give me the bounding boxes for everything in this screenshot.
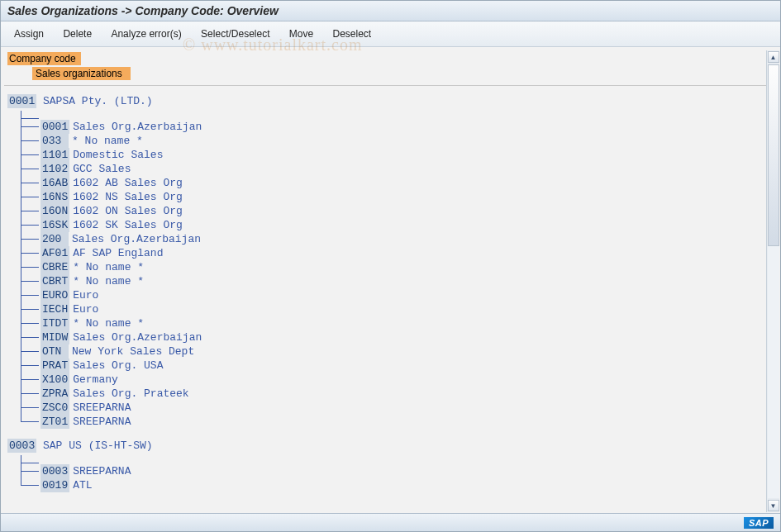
sales-org-code: 16ON bbox=[40, 204, 69, 218]
tree-connector bbox=[12, 204, 40, 218]
sales-org-row[interactable]: AF01AF SAP England bbox=[12, 246, 780, 260]
page-title: Sales Organizations -> Company Code: Ove… bbox=[1, 1, 780, 21]
sales-org-row[interactable]: OTNNew York Sales Dept bbox=[12, 344, 780, 359]
sales-org-name: GCC Sales bbox=[73, 162, 131, 176]
tree-connector bbox=[12, 302, 40, 316]
sales-org-row[interactable]: CBRT* No name * bbox=[12, 274, 780, 288]
sales-org-name: Euro bbox=[73, 302, 98, 316]
menu-assign[interactable]: Assign bbox=[6, 26, 52, 41]
sap-logo: SAP bbox=[744, 517, 774, 529]
sales-org-row[interactable]: 16SK1602 SK Sales Org bbox=[12, 218, 780, 232]
sales-org-row[interactable]: ZSC0SREEPARNA bbox=[12, 401, 780, 415]
menu-move[interactable]: Move bbox=[281, 26, 321, 41]
sales-org-code: AF01 bbox=[40, 246, 69, 260]
tree-connector bbox=[12, 387, 40, 401]
sales-org-code: ZSC0 bbox=[40, 401, 69, 415]
sales-org-name: AF SAP England bbox=[73, 246, 163, 260]
sales-org-code: MIDW bbox=[40, 330, 69, 344]
sales-org-code: 0001 bbox=[40, 120, 69, 134]
sales-org-name: 1602 AB Sales Org bbox=[73, 176, 183, 190]
scroll-track[interactable] bbox=[768, 64, 779, 498]
sales-org-name: New York Sales Dept bbox=[72, 344, 194, 359]
sales-org-row[interactable]: IECHEuro bbox=[12, 302, 780, 316]
sales-org-code: 0003 bbox=[40, 464, 69, 478]
sales-org-row[interactable]: 1101Domestic Sales bbox=[12, 148, 780, 162]
sales-org-name: Euro bbox=[73, 288, 98, 302]
company-code-name: SAP US (IS-HT-SW) bbox=[36, 439, 152, 452]
sales-org-row[interactable]: 0003SREEPARNA bbox=[12, 464, 780, 478]
sales-org-name: 1602 SK Sales Org bbox=[73, 218, 183, 232]
sales-org-code: X100 bbox=[40, 373, 69, 387]
tree-connector bbox=[12, 456, 40, 464]
scroll-down-icon[interactable]: ▼ bbox=[768, 500, 779, 511]
sales-org-name: Sales Org.Azerbaijan bbox=[73, 120, 202, 134]
vertical-scrollbar[interactable]: ▲ ▼ bbox=[766, 50, 779, 512]
sales-org-row[interactable]: ZT01SREEPARNA bbox=[12, 415, 780, 429]
sales-org-name: SREEPARNA bbox=[73, 415, 131, 429]
company-code-row[interactable]: 0003 SAP US (IS-HT-SW) bbox=[7, 439, 780, 453]
sales-org-code: CBRE bbox=[40, 260, 69, 274]
sales-org-name: 1602 ON Sales Org bbox=[73, 204, 183, 218]
tree-connector bbox=[12, 162, 40, 176]
sales-org-name: SREEPARNA bbox=[73, 464, 131, 478]
sales-org-row[interactable]: ITDT* No name * bbox=[12, 316, 780, 330]
sales-org-row[interactable]: X100Germany bbox=[12, 373, 780, 387]
sales-org-code: 16SK bbox=[40, 218, 69, 232]
tree-connector bbox=[12, 401, 40, 415]
company-code-name: SAPSA Pty. (LTD.) bbox=[36, 95, 152, 107]
tree-connector bbox=[12, 415, 40, 429]
sales-org-name: Sales Org.Azerbaijan bbox=[73, 330, 202, 344]
company-code-row[interactable]: 0001 SAPSA Pty. (LTD.) bbox=[7, 94, 780, 108]
tree-connector bbox=[12, 218, 40, 232]
tree-connector bbox=[12, 373, 40, 387]
sales-org-code: 200 bbox=[40, 232, 69, 246]
sales-org-row[interactable]: 16AB1602 AB Sales Org bbox=[12, 176, 780, 190]
sales-org-code: 16NS bbox=[40, 190, 69, 204]
scroll-up-icon[interactable]: ▲ bbox=[768, 51, 779, 63]
sales-org-name: * No name * bbox=[73, 260, 144, 274]
sales-org-code: IECH bbox=[40, 302, 69, 316]
sales-org-name: * No name * bbox=[72, 134, 143, 148]
menu-select-deselect[interactable]: Select/Deselect bbox=[193, 26, 278, 41]
sales-org-name: Domestic Sales bbox=[73, 148, 163, 162]
status-bar: SAP bbox=[1, 513, 780, 531]
tree-connector bbox=[12, 464, 40, 478]
sales-org-code: 16AB bbox=[40, 176, 69, 190]
sales-org-row[interactable]: CBRE* No name * bbox=[12, 260, 780, 274]
sales-org-name: Sales Org.Azerbaijan bbox=[72, 232, 201, 246]
sales-org-row[interactable]: 1102GCC Sales bbox=[12, 162, 780, 176]
sales-org-name: 1602 NS Sales Org bbox=[73, 190, 183, 204]
sales-org-row[interactable]: 16ON1602 ON Sales Org bbox=[12, 204, 780, 218]
sales-org-name: Sales Org. USA bbox=[73, 359, 163, 373]
scroll-thumb[interactable] bbox=[768, 64, 779, 246]
tree-connector bbox=[12, 359, 40, 373]
sales-org-row[interactable]: MIDWSales Org.Azerbaijan bbox=[12, 330, 780, 344]
sales-org-row[interactable]: ZPRASales Org. Prateek bbox=[12, 387, 780, 401]
sales-org-code: ZPRA bbox=[40, 387, 69, 401]
sales-org-row[interactable]: 0001Sales Org.Azerbaijan bbox=[12, 120, 780, 134]
tree-connector bbox=[12, 316, 40, 330]
tree-connector bbox=[12, 112, 40, 120]
menu-analyze-errors[interactable]: Analyze error(s) bbox=[102, 26, 189, 41]
tree-connector bbox=[12, 344, 40, 359]
tree-connector bbox=[12, 260, 40, 274]
sales-org-row[interactable]: EUROEuro bbox=[12, 288, 780, 302]
sales-org-row[interactable]: 033* No name * bbox=[12, 134, 780, 148]
tree-connector bbox=[12, 330, 40, 344]
app-window: Sales Organizations -> Company Code: Ove… bbox=[0, 0, 781, 532]
tree-connector bbox=[12, 478, 40, 492]
sales-org-code: 033 bbox=[40, 134, 69, 148]
sales-org-row[interactable]: 0019ATL bbox=[12, 478, 780, 492]
tree-connector bbox=[12, 288, 40, 302]
sales-org-row[interactable]: 16NS1602 NS Sales Org bbox=[12, 190, 780, 204]
legend-company-code: Company code bbox=[7, 52, 81, 65]
tree-connector bbox=[12, 246, 40, 260]
sales-org-code: PRAT bbox=[40, 359, 69, 373]
sales-org-row[interactable]: 200Sales Org.Azerbaijan bbox=[12, 232, 780, 246]
menu-deselect[interactable]: Deselect bbox=[325, 26, 380, 41]
menu-delete[interactable]: Delete bbox=[55, 26, 100, 41]
legend-strip: Company code Sales organizations bbox=[1, 47, 780, 80]
sales-org-row[interactable]: PRATSales Org. USA bbox=[12, 359, 780, 373]
menu-bar: Assign Delete Analyze error(s) Select/De… bbox=[1, 21, 780, 47]
tree-connector bbox=[12, 148, 40, 162]
